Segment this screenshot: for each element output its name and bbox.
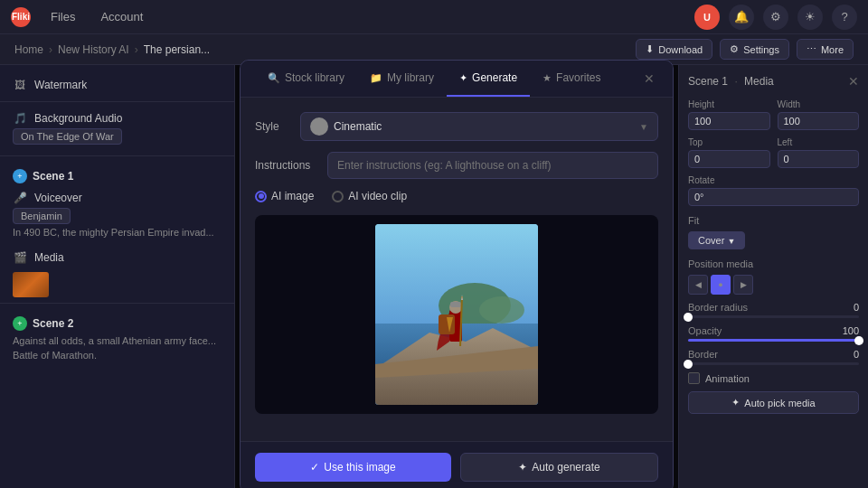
- breadcrumb-current: The persian...: [144, 43, 210, 56]
- scene-2-icon: +: [13, 316, 27, 331]
- style-row: Style Cinematic ▼: [255, 112, 658, 141]
- sidebar-item-watermark[interactable]: 🖼 Watermark: [0, 74, 234, 96]
- pos-center-button[interactable]: ●: [711, 275, 731, 295]
- breadcrumb-home[interactable]: Home: [14, 43, 43, 56]
- breadcrumb-sep-1: ›: [49, 43, 52, 56]
- sidebar-voiceover-1[interactable]: 🎤 Voiceover: [0, 187, 234, 209]
- sidebar-scene-1-header[interactable]: + Scene 1: [0, 162, 234, 187]
- download-button[interactable]: ⬇ Download: [636, 39, 712, 60]
- panel-close-button[interactable]: ✕: [848, 74, 859, 89]
- instructions-input[interactable]: [327, 152, 658, 179]
- height-input[interactable]: [688, 112, 770, 130]
- svg-rect-10: [450, 302, 461, 307]
- border-thumb[interactable]: [684, 360, 693, 369]
- modal: 🔍 Stock library 📁 My library ✦ Generate …: [240, 60, 674, 488]
- top-input[interactable]: [688, 150, 770, 168]
- media-thumbnail[interactable]: [13, 272, 49, 297]
- pos-left-button[interactable]: ◀: [688, 275, 708, 295]
- opacity-thumb[interactable]: [854, 336, 863, 345]
- tab-favorites[interactable]: ★ Favorites: [530, 61, 613, 97]
- border-radius-slider-row: Border radius 0: [688, 302, 859, 318]
- audio-icon: 🎵: [13, 112, 27, 125]
- tab-generate[interactable]: ✦ Generate: [447, 61, 530, 97]
- avatar[interactable]: U: [694, 5, 720, 30]
- audio-tag[interactable]: On The Edge Of War: [13, 128, 122, 145]
- position-label: Position media: [688, 258, 859, 269]
- opacity-fill: [688, 339, 859, 342]
- border-header: Border 0: [688, 349, 859, 360]
- scene-2-label: Scene 2: [33, 317, 73, 330]
- more-button[interactable]: ⋯ More: [797, 39, 854, 60]
- radio-ai-video[interactable]: AI video clip: [332, 190, 407, 202]
- modal-close-button[interactable]: ✕: [640, 68, 658, 89]
- instructions-row: Instructions: [255, 152, 658, 179]
- nav-files[interactable]: Files: [45, 6, 80, 27]
- use-image-button[interactable]: ✓ Use this image: [255, 453, 451, 482]
- theme-icon[interactable]: ☀: [797, 5, 823, 30]
- radio-ai-image[interactable]: AI image: [255, 190, 314, 202]
- radio-ai-image-dot: [255, 191, 267, 202]
- top-navigation: Fliki Files Account U 🔔 ⚙ ☀ ?: [0, 0, 868, 34]
- width-label: Width: [778, 99, 860, 109]
- media-thumb-image: [13, 272, 49, 297]
- preview-image-svg: [375, 224, 538, 405]
- animation-row: Animation: [688, 372, 859, 384]
- settings-gear-icon: ⚙: [730, 43, 739, 55]
- tab-generate-label: Generate: [472, 71, 517, 84]
- help-icon[interactable]: ?: [832, 5, 857, 30]
- checkmark-icon: ✓: [310, 461, 319, 474]
- style-chevron-icon: ▼: [639, 122, 648, 132]
- sidebar-item-background-audio[interactable]: 🎵 Background Audio: [0, 108, 234, 129]
- auto-generate-button[interactable]: ✦ Auto generate: [460, 453, 658, 482]
- pos-right-button[interactable]: ▶: [733, 275, 753, 295]
- scene-1-label: Scene 1: [33, 170, 73, 183]
- auto-pick-icon: ✦: [731, 397, 740, 408]
- radio-ai-video-label: AI video clip: [348, 190, 407, 202]
- position-grid: ◀ ● ▶: [688, 275, 859, 295]
- nav-account[interactable]: Account: [95, 6, 148, 27]
- top-field: Top: [688, 137, 770, 168]
- sidebar: 🖼 Watermark 🎵 Background Audio On The Ed…: [0, 65, 235, 488]
- tab-favorites-label: Favorites: [556, 71, 600, 84]
- opacity-track[interactable]: [688, 339, 859, 342]
- fit-button-group: Cover ▼: [688, 231, 859, 249]
- tab-my-library[interactable]: 📁 My library: [357, 61, 447, 97]
- border-track[interactable]: [688, 362, 859, 365]
- main-layout: 🖼 Watermark 🎵 Background Audio On The Ed…: [0, 65, 868, 488]
- border-radius-value: 0: [854, 302, 859, 313]
- height-width-row: Height Width: [688, 99, 859, 130]
- tab-stock-library[interactable]: 🔍 Stock library: [255, 61, 357, 97]
- border-radius-track[interactable]: [688, 315, 859, 318]
- animation-label: Animation: [705, 373, 750, 384]
- style-label: Style: [255, 120, 291, 133]
- auto-pick-media-button[interactable]: ✦ Auto pick media: [688, 391, 859, 414]
- download-icon: ⬇: [646, 43, 654, 55]
- divider-3: [0, 303, 234, 304]
- style-select[interactable]: Cinematic ▼: [300, 112, 658, 141]
- breadcrumb-project[interactable]: New History AI: [58, 43, 129, 56]
- border-radius-thumb[interactable]: [684, 313, 693, 322]
- sidebar-scene-2-header[interactable]: + Scene 2: [0, 309, 234, 334]
- notifications-icon[interactable]: 🔔: [729, 5, 754, 30]
- left-label: Left: [778, 137, 860, 147]
- rotate-row: Rotate: [688, 175, 859, 206]
- app-logo[interactable]: Fliki: [11, 7, 31, 27]
- fit-cover-button[interactable]: Cover ▼: [688, 231, 745, 249]
- sidebar-media-1[interactable]: 🎬 Media: [0, 247, 234, 268]
- image-preview: [255, 215, 658, 414]
- rotate-input[interactable]: [688, 188, 859, 206]
- animation-checkbox[interactable]: [688, 372, 700, 384]
- library-icon: 📁: [370, 72, 382, 84]
- voiceover-icon: 🎤: [13, 192, 27, 204]
- voice-name-tag[interactable]: Benjamin: [13, 208, 71, 224]
- watermark-label: Watermark: [34, 79, 87, 91]
- width-input[interactable]: [778, 112, 860, 130]
- top-label: Top: [688, 137, 770, 147]
- settings-button[interactable]: ⚙ Settings: [720, 39, 789, 60]
- scene-2-text: Against all odds, a small Athenian army …: [0, 334, 234, 370]
- border-value: 0: [854, 349, 859, 360]
- settings-icon[interactable]: ⚙: [763, 5, 788, 30]
- left-input[interactable]: [778, 150, 860, 168]
- center-area: 🔍 Stock library 📁 My library ✦ Generate …: [235, 65, 678, 488]
- stock-icon: 🔍: [268, 72, 280, 84]
